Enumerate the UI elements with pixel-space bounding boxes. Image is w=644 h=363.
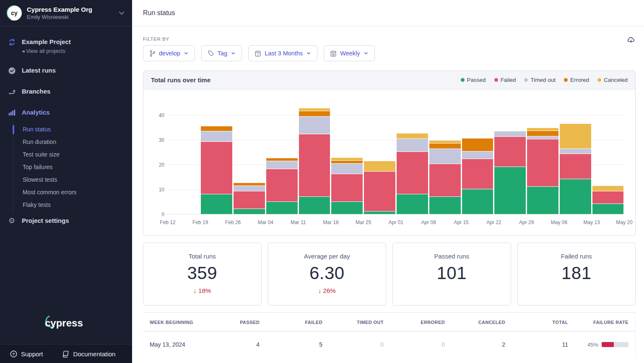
sidebar-item-project[interactable]: Example Project ◂ View all projects	[0, 34, 132, 57]
legend-item-errored[interactable]: Errored	[564, 77, 589, 83]
legend-item-passed[interactable]: Passed	[461, 77, 486, 83]
filter-by-label: Filter by	[143, 37, 636, 42]
bar-segment-passed[interactable]	[266, 202, 298, 214]
bar-segment-failed[interactable]	[397, 152, 428, 194]
bar-segment-passed[interactable]	[364, 212, 395, 214]
bar-segment-passed[interactable]	[397, 194, 428, 214]
subnav-item-flaky-tests[interactable]: Flaky tests	[13, 198, 132, 211]
stacked-bar-apr-01[interactable]	[397, 133, 428, 214]
bar-segment-canceled[interactable]	[592, 186, 624, 191]
bar-segment-failed[interactable]	[331, 174, 363, 201]
stat-card-passed-runs: Passed runs 101	[392, 243, 511, 306]
bar-segment-failed[interactable]	[299, 134, 330, 196]
bar-segment-failed[interactable]	[560, 154, 591, 179]
tag-filter-button[interactable]: Tag	[201, 45, 242, 61]
stacked-bar-mar-18[interactable]	[331, 158, 363, 214]
bar-segment-errored[interactable]	[527, 131, 558, 136]
bar-segment-failed[interactable]	[592, 191, 624, 204]
sidebar-item-branches[interactable]: Branches	[0, 84, 132, 99]
bar-segment-timed-out[interactable]	[494, 131, 526, 136]
bar-segment-failed[interactable]	[462, 159, 493, 189]
bar-segment-timed-out[interactable]	[299, 117, 330, 134]
bar-segment-canceled[interactable]	[331, 158, 363, 160]
bar-segment-passed[interactable]	[234, 209, 265, 214]
documentation-link[interactable]: Documentation	[62, 350, 116, 358]
table-row[interactable]: May 13, 2024 4 5 0 0 2 11 45%	[143, 332, 635, 358]
bar-segment-canceled[interactable]	[527, 128, 558, 131]
bar-segment-failed[interactable]	[234, 191, 265, 209]
bar-segment-canceled[interactable]	[397, 133, 428, 138]
bar-segment-errored[interactable]	[462, 138, 493, 151]
bar-segment-timed-out[interactable]	[397, 139, 428, 151]
bar-segment-errored[interactable]	[201, 126, 232, 131]
bar-segment-passed[interactable]	[494, 167, 526, 214]
legend-item-canceled[interactable]: Canceled	[597, 77, 628, 83]
stacked-bar-mar-04[interactable]	[266, 158, 298, 214]
stacked-bar-feb-19[interactable]	[201, 126, 232, 214]
bar-segment-failed[interactable]	[266, 169, 298, 201]
bar-segment-failed[interactable]	[201, 142, 232, 194]
stacked-bar-apr-15[interactable]	[462, 138, 493, 214]
view-all-projects-link[interactable]: ◂ View all projects	[22, 48, 71, 54]
bar-segment-passed[interactable]	[462, 189, 493, 214]
stacked-bar-may-13[interactable]	[592, 186, 624, 214]
bar-segment-errored[interactable]	[331, 161, 363, 163]
bar-segment-passed[interactable]	[299, 197, 330, 214]
down-arrow-icon: ↓	[193, 287, 197, 294]
bar-segment-passed[interactable]	[527, 187, 558, 214]
stacked-bar-may-06[interactable]	[560, 124, 591, 214]
stacked-bar-apr-29[interactable]	[527, 128, 558, 214]
bar-segment-passed[interactable]	[560, 179, 591, 214]
bar-segment-failed[interactable]	[527, 139, 558, 186]
bar-segment-errored[interactable]	[429, 144, 461, 149]
subnav-item-test-suite-size[interactable]: Test suite size	[13, 148, 132, 161]
bar-segment-errored[interactable]	[299, 111, 330, 116]
subnav-item-most-common-errors[interactable]: Most common errors	[13, 186, 132, 198]
bar-segment-failed[interactable]	[364, 172, 395, 211]
subnav-item-top-failures[interactable]: Top failures	[13, 161, 132, 173]
subnav-item-run-duration[interactable]: Run duration	[13, 136, 132, 148]
bar-segment-timed-out[interactable]	[234, 186, 265, 191]
stacked-bar-apr-08[interactable]	[429, 141, 461, 214]
bar-segment-errored[interactable]	[266, 158, 298, 161]
bar-segment-errored[interactable]	[234, 183, 265, 185]
bar-segment-canceled[interactable]	[299, 108, 330, 111]
bar-segment-timed-out[interactable]	[527, 136, 558, 139]
date-range-filter-button[interactable]: 1 Last 3 Months	[248, 45, 317, 61]
stacked-bar-feb-26[interactable]	[234, 183, 265, 214]
bar-segment-passed[interactable]	[592, 204, 624, 214]
sidebar-item-project-settings[interactable]: ⚙ Project settings	[0, 213, 132, 229]
bar-segment-timed-out[interactable]	[201, 131, 232, 141]
bar-segment-timed-out[interactable]	[462, 151, 493, 159]
support-link[interactable]: ? Support	[10, 350, 43, 358]
bar-segment-passed[interactable]	[331, 202, 363, 214]
passed-cell: 4	[197, 332, 260, 358]
sidebar-item-latest-runs[interactable]: Latest runs	[0, 63, 132, 78]
x-tick-label: Apr 08	[421, 219, 436, 225]
stacked-bar-apr-22[interactable]	[494, 131, 526, 214]
bar-segment-canceled[interactable]	[560, 124, 591, 149]
legend-item-failed[interactable]: Failed	[494, 77, 516, 83]
bar-segment-timed-out[interactable]	[560, 149, 591, 154]
granularity-filter-button[interactable]: Weekly	[324, 45, 374, 61]
failed-cell: 5	[260, 332, 322, 358]
stacked-bar-mar-11[interactable]	[299, 108, 330, 214]
bar-segment-passed[interactable]	[201, 194, 232, 214]
org-switcher[interactable]: cy Cypress Example Org Emily Wisniewski	[0, 0, 132, 26]
bar-segment-failed[interactable]	[494, 137, 526, 167]
bar-segment-timed-out[interactable]	[331, 164, 363, 174]
subnav-item-run-status[interactable]: Run status	[13, 123, 132, 136]
bar-segment-timed-out[interactable]	[266, 161, 298, 169]
branch-filter-button[interactable]: develop	[143, 45, 195, 61]
subnav-item-slowest-tests[interactable]: Slowest tests	[13, 173, 132, 186]
bar-segment-passed[interactable]	[429, 197, 461, 214]
stacked-bar-mar-25[interactable]	[364, 161, 395, 214]
cloud-download-icon[interactable]	[627, 37, 635, 43]
bar-segment-timed-out[interactable]	[429, 149, 461, 164]
bar-segment-canceled[interactable]	[429, 141, 461, 143]
sidebar-item-analytics[interactable]: Analytics	[0, 104, 132, 120]
legend-item-timed-out[interactable]: Timed out	[524, 77, 556, 83]
sidebar: cy Cypress Example Org Emily Wisniewski …	[0, 0, 132, 363]
bar-segment-failed[interactable]	[429, 164, 461, 196]
bar-segment-canceled[interactable]	[364, 161, 395, 171]
